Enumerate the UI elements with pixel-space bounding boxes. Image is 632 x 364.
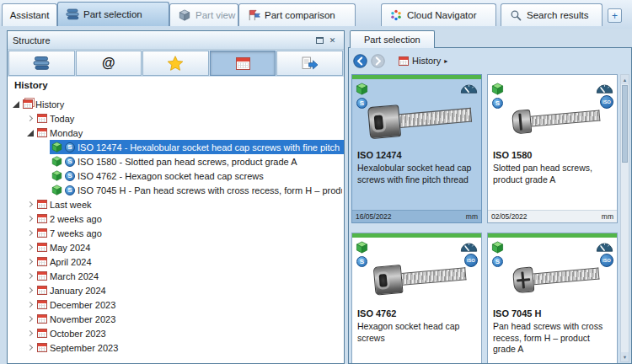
- tree-item-may-2024[interactable]: May 2024: [8, 240, 344, 254]
- calendar-icon: [399, 56, 409, 66]
- calendar-icon: [37, 200, 47, 209]
- tree-item-today[interactable]: Today: [8, 111, 344, 126]
- tree-item-label: November 2023: [50, 314, 342, 324]
- part-card-iso-4762[interactable]: SISOISO 4762Hexagon socket head cap scre…: [351, 233, 482, 363]
- tree-item-october-2023[interactable]: October 2023: [8, 326, 344, 340]
- part-card-description: Hexalobular socket head cap screws with …: [357, 163, 477, 185]
- calendar-icon: [37, 271, 47, 281]
- tree-item-monday[interactable]: Monday: [8, 126, 344, 140]
- expander-closed-icon[interactable]: [25, 200, 35, 209]
- tab-label: Assistant: [10, 10, 50, 20]
- calendar-grid: [39, 132, 46, 136]
- tree-item-last-week[interactable]: Last week: [8, 197, 344, 211]
- tab-part-selection[interactable]: Part selection: [57, 2, 169, 26]
- books-icon: [33, 56, 50, 71]
- tab-search-results[interactable]: Search results: [501, 3, 603, 26]
- calendar-grid: [39, 333, 46, 337]
- tree-item-iso-1580-slotted-pan-head-screws-product[interactable]: SISO 1580 - Slotted pan head screws, pro…: [8, 154, 344, 169]
- forward-button[interactable]: [371, 54, 385, 68]
- tab-label: Cloud Navigator: [407, 10, 476, 20]
- add-tab-button[interactable]: +: [608, 8, 622, 23]
- part-selection-panel-tab[interactable]: Part selection: [350, 30, 435, 48]
- tree-item-march-2024[interactable]: March 2024: [8, 269, 344, 283]
- calendar-top: [38, 344, 46, 346]
- close-panel-icon[interactable]: ✕: [326, 35, 339, 46]
- expander-closed-icon[interactable]: [25, 300, 35, 309]
- back-button[interactable]: [353, 54, 367, 68]
- toolbar-star-button[interactable]: [142, 51, 209, 76]
- tree-item-main: September 2023: [35, 340, 344, 355]
- expander-closed-icon[interactable]: [25, 314, 35, 324]
- expander-closed-icon[interactable]: [25, 343, 35, 352]
- screw-graphic: [511, 104, 600, 135]
- expander-closed-icon[interactable]: [25, 329, 35, 338]
- calendar-stack-icon: [23, 99, 33, 109]
- part-card-unit: mm: [466, 212, 478, 221]
- tree-item-history[interactable]: History: [8, 97, 344, 111]
- tree-item-iso-7045-h-pan-head-screws-with-cross-re[interactable]: SISO 7045 H - Pan head screws with cross…: [8, 183, 344, 197]
- tree-item-iso-12474-hexalobular-socket-head-cap-sc[interactable]: SISO 12474 - Hexalobular socket head cap…: [8, 140, 344, 154]
- tab-cloud-navigator[interactable]: Cloud Navigator: [381, 3, 496, 26]
- expander-closed-icon[interactable]: [25, 243, 35, 252]
- tree-item-label: Today: [50, 114, 342, 124]
- expander-closed-icon[interactable]: [25, 114, 35, 123]
- calendar-grid: [400, 61, 407, 65]
- comparison-icon: [247, 9, 260, 21]
- scroll-up-button[interactable]: ▲: [621, 75, 629, 84]
- expander-spacer: [40, 171, 49, 180]
- expander-closed-icon[interactable]: [25, 257, 35, 266]
- part-card-iso-12474[interactable]: SISO 12474Hexalobular socket head cap sc…: [351, 74, 482, 223]
- supplier-s-icon: S: [65, 185, 75, 195]
- tree-item-april-2024[interactable]: April 2024: [8, 254, 344, 269]
- tree-item-label: March 2024: [50, 271, 342, 281]
- tree-item-january-2024[interactable]: January 2024: [8, 283, 344, 297]
- calendar-icon: [37, 243, 47, 252]
- tree-item-main: May 2024: [35, 240, 344, 254]
- part-card-iso-7045-h[interactable]: SISOISO 7045 HPan head screws with cross…: [487, 233, 618, 363]
- card-body: SISO 12474Hexalobular socket head cap sc…: [352, 79, 481, 210]
- expander-open-icon[interactable]: [25, 128, 35, 137]
- calendar-icon: [37, 314, 47, 324]
- tree-item-november-2023[interactable]: November 2023: [8, 312, 344, 326]
- books-icon: [66, 8, 79, 20]
- tree-item-september-2023[interactable]: September 2023: [8, 340, 344, 355]
- toolbar-at-button[interactable]: @: [76, 51, 142, 76]
- toolbar-export-button[interactable]: [276, 51, 343, 76]
- tab-part-view[interactable]: Part view: [169, 3, 238, 26]
- calendar-icon: [37, 257, 47, 266]
- expander-closed-icon[interactable]: [25, 286, 35, 295]
- scrollbar-thumb[interactable]: [622, 85, 628, 163]
- tab-assistant[interactable]: Assistant: [2, 3, 57, 26]
- tree-area: History HistoryTodayMondaySISO 12474 - H…: [8, 77, 344, 363]
- card-body: SISOISO 4762Hexagon socket head cap scre…: [352, 238, 481, 363]
- tree-item-7-weeks-ago[interactable]: 7 weeks ago: [8, 226, 344, 240]
- breadcrumb[interactable]: History ▸: [395, 54, 451, 67]
- tree-item-main: January 2024: [35, 283, 344, 297]
- float-panel-icon[interactable]: [313, 35, 326, 46]
- tree-item-2-weeks-ago[interactable]: 2 weeks ago: [8, 211, 344, 226]
- part-card-iso-1580[interactable]: SISOISO 1580Slotted pan head screws, pro…: [487, 74, 618, 223]
- tab-bar: AssistantPart selectionPart viewPart com…: [0, 0, 632, 29]
- tree-item-main: 2 weeks ago: [35, 211, 344, 226]
- calendar-top: [38, 329, 46, 332]
- tab-part-comparison[interactable]: Part comparison: [238, 3, 356, 26]
- expander-closed-icon[interactable]: [25, 214, 35, 223]
- panel-tab-label: Part selection: [364, 35, 420, 45]
- tree-item-main: December 2023: [35, 297, 344, 312]
- expander-open-icon[interactable]: [11, 99, 20, 109]
- tree-item-december-2023[interactable]: December 2023: [8, 297, 344, 312]
- calendar-top: [38, 301, 46, 303]
- tree-item-label: December 2023: [50, 300, 342, 310]
- toolbar-calendar-button[interactable]: [210, 51, 276, 76]
- calendar-grid: [39, 318, 46, 323]
- screw-graphic: [367, 99, 473, 140]
- scroll-down-button[interactable]: ▼: [621, 352, 629, 361]
- tree-item-main: SISO 1580 - Slotted pan head screws, pro…: [50, 154, 344, 169]
- expander-closed-icon[interactable]: [25, 228, 35, 238]
- calendar-grid: [24, 104, 31, 108]
- tree-item-iso-4762-hexagon-socket-head-cap-screws[interactable]: SISO 4762 - Hexagon socket head cap scre…: [8, 169, 344, 183]
- expander-closed-icon[interactable]: [25, 271, 35, 281]
- toolbar-books-button[interactable]: [8, 51, 75, 76]
- vertical-scrollbar[interactable]: ▲ ▼: [620, 74, 629, 362]
- at-icon: @: [102, 56, 115, 70]
